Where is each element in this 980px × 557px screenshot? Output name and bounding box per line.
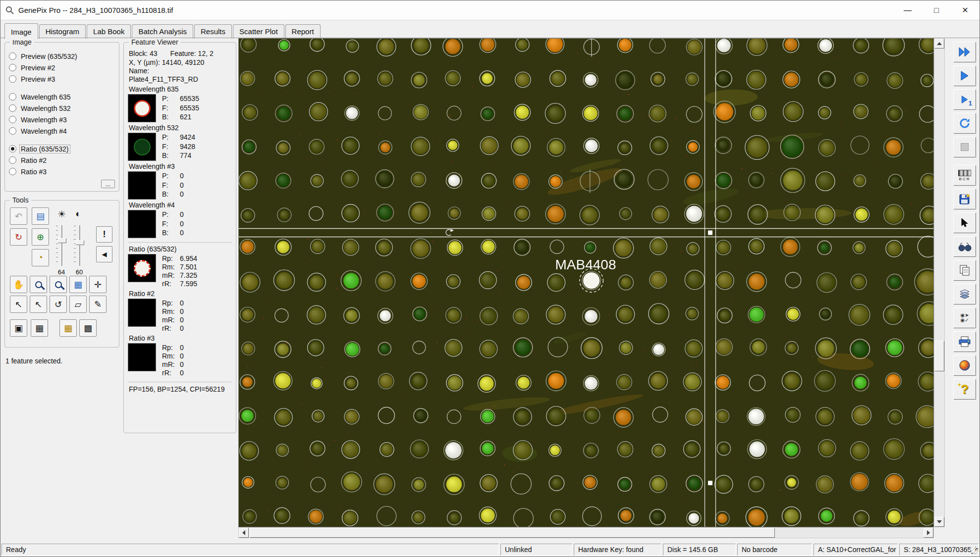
zoom-fit-button[interactable]: [30, 276, 47, 293]
radio-circle: [9, 116, 16, 123]
fv-section-ratio-2: Ratio #2 Rp:0 Rm:0 mR:0 rR:0: [128, 290, 232, 333]
radio-wavelength-4[interactable]: Wavelength #4: [9, 125, 115, 137]
previous-view-button[interactable]: ◀: [96, 246, 112, 262]
block-new-button[interactable]: ▦: [59, 319, 77, 337]
tools-groupbox-title: Tools: [10, 196, 31, 204]
feature-viewer-panel: Feature Viewer Block: 43 Feature: 12, 2 …: [121, 38, 238, 545]
pointer-add-button[interactable]: ↖: [30, 296, 47, 313]
slider-ticks: [56, 226, 58, 265]
image-viewer: [238, 38, 949, 545]
tab-scatter-plot[interactable]: Scatter Plot: [233, 24, 284, 39]
stop-button[interactable]: [953, 137, 976, 157]
sparkle-icon: ✦: [957, 382, 962, 388]
web-button[interactable]: [953, 355, 976, 376]
ruler-button[interactable]: ▱: [69, 296, 87, 313]
ratio-3-thumbnail: [128, 343, 156, 371]
colormap-button[interactable]: ▤: [32, 207, 49, 225]
app-magnifier-icon: [5, 6, 14, 15]
scan-button[interactable]: [953, 65, 976, 86]
close-button[interactable]: ✕: [951, 0, 980, 20]
scan-one-button[interactable]: 1: [953, 89, 976, 110]
radio-wavelength-635[interactable]: Wavelength 635: [9, 91, 115, 102]
print-button[interactable]: [953, 331, 976, 352]
feature-viewer-groupbox: Feature Viewer Block: 43 Feature: 12, 2 …: [123, 42, 236, 433]
layers-button[interactable]: [953, 284, 976, 304]
brightness-slider-thumb[interactable]: [58, 238, 66, 243]
fv-footer-stats: FP=156, BP=1254, CPI=56219: [128, 382, 232, 393]
tab-image[interactable]: Image: [4, 23, 38, 39]
vertical-scrollbar[interactable]: [934, 38, 945, 527]
rotate-feature-button[interactable]: ↺: [50, 296, 67, 313]
fv-block: Block: 43: [129, 50, 158, 57]
save-images-button[interactable]: [953, 189, 976, 209]
fv-name-label: Name:: [129, 67, 232, 75]
scroll-up-button[interactable]: [934, 39, 944, 49]
fv-section-ratio-3: Ratio #3 Rp:0 Rm:0 mR:0 rR:0: [128, 334, 232, 377]
radio-wavelength-532[interactable]: Wavelength 532: [9, 102, 115, 114]
horizontal-scrollbar[interactable]: [238, 527, 934, 538]
barcode-button[interactable]: BCR: [953, 165, 976, 186]
left-arrow-icon: [242, 530, 245, 535]
brightness-slider[interactable]: [54, 224, 68, 267]
zoom-button[interactable]: [50, 276, 67, 293]
pie-tool-button[interactable]: ◔: [32, 249, 49, 266]
find-button[interactable]: [953, 236, 976, 257]
status-settings-file: A: SA10+CorrectGAL_for: [814, 544, 898, 556]
fv-section-wavelength-4: Wavelength #4 P:0 F:0 B:0: [128, 201, 232, 238]
minimize-button[interactable]: —: [893, 0, 922, 20]
radio-preview-3[interactable]: Preview #3: [9, 73, 115, 85]
pan-hand-button[interactable]: ✋: [10, 276, 27, 293]
grid-view-button[interactable]: ▦: [69, 276, 87, 293]
tab-report[interactable]: Report: [285, 24, 321, 39]
maximize-button[interactable]: □: [922, 0, 951, 20]
microarray-canvas[interactable]: [239, 39, 933, 527]
resize-grip-icon[interactable]: [970, 547, 978, 555]
radio-preview-2[interactable]: Preview #2: [9, 62, 115, 73]
block-dark-button[interactable]: ▣: [10, 319, 27, 337]
reset-warning-button[interactable]: !: [96, 226, 112, 243]
tab-batch-analysis[interactable]: Batch Analysis: [132, 24, 193, 39]
compass-button[interactable]: ✛: [89, 276, 107, 293]
contrast-slider[interactable]: [72, 224, 86, 267]
rotate-image-button[interactable]: ↻: [10, 228, 27, 246]
loop-arrows-icon: [959, 117, 971, 129]
status-disk: Disk = 145.6 GB: [663, 544, 736, 556]
radio-ratio-3[interactable]: Ratio #3: [9, 166, 115, 177]
block-grid2-button[interactable]: ▩: [79, 319, 97, 337]
tab-results[interactable]: Results: [194, 24, 232, 39]
barcode-icon: BCR: [958, 170, 971, 181]
mode-toggle-button[interactable]: ◉➤ ◉✓: [953, 307, 976, 328]
scroll-right-button[interactable]: [924, 528, 933, 538]
undo-button[interactable]: ↶: [10, 207, 27, 225]
fv-section-ratio-635-532: Ratio (635/532) Rp:6.954 Rm:7.501 mR:7.3…: [128, 245, 232, 288]
radio-wavelength-3[interactable]: Wavelength #3: [9, 114, 115, 125]
tab-histogram[interactable]: Histogram: [39, 24, 86, 39]
help-button[interactable]: ? ✦: [953, 379, 976, 400]
radio-ratio-2[interactable]: Ratio #2: [9, 154, 115, 166]
contrast-slider-thumb[interactable]: [76, 240, 84, 245]
radio-ratio-635-532[interactable]: Ratio (635/532): [9, 143, 115, 154]
pointer-button[interactable]: ↖: [10, 296, 27, 313]
align-target-button[interactable]: ⊕: [32, 228, 49, 246]
tab-lab-book[interactable]: Lab Book: [87, 24, 131, 39]
tab-bar: Image Histogram Lab Book Batch Analysis …: [0, 20, 980, 38]
radio-circle: [9, 75, 16, 83]
pencil-button[interactable]: ✎: [89, 296, 107, 313]
microarray-image[interactable]: [238, 38, 934, 527]
horizontal-scroll-thumb[interactable]: [250, 528, 775, 538]
scan-loop-button[interactable]: [953, 113, 976, 134]
flag-feature-button[interactable]: [953, 212, 976, 233]
image-more-button[interactable]: ...: [101, 180, 115, 188]
left-panel: Image Preview (635/532) Preview #2 Previ…: [0, 38, 121, 545]
copy-button[interactable]: [953, 260, 976, 281]
block-grid-button[interactable]: ▦: [31, 319, 48, 337]
status-hardware-key: Hardware Key: found: [574, 544, 661, 556]
scroll-down-button[interactable]: [934, 517, 944, 527]
scan-fast-button[interactable]: [953, 42, 976, 62]
image-groupbox: Image Preview (635/532) Preview #2 Previ…: [4, 42, 119, 192]
scroll-left-button[interactable]: [239, 528, 249, 538]
down-arrow-icon: [937, 520, 942, 523]
radio-preview-635-532[interactable]: Preview (635/532): [9, 51, 115, 62]
acquisition-toolbar: 1 BCR ◉➤: [949, 38, 980, 545]
vertical-scroll-thumb[interactable]: [934, 341, 944, 371]
